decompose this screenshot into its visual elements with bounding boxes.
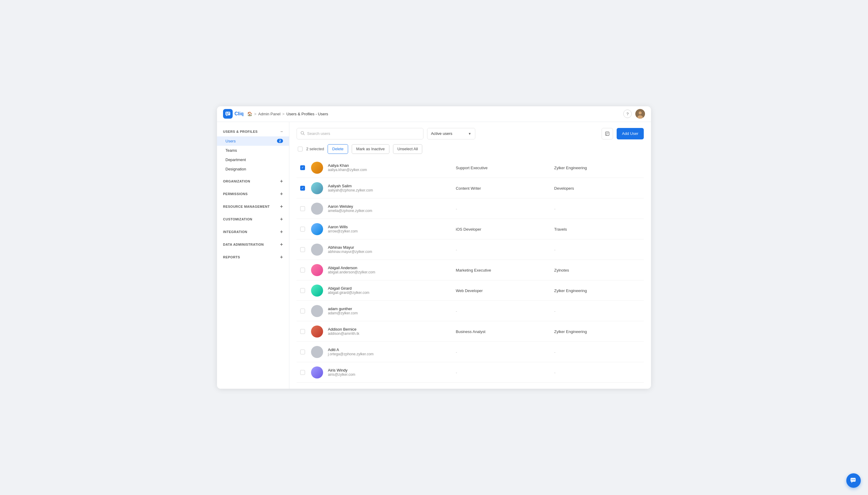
- user-name: Abigail Girard: [328, 286, 451, 291]
- user-email: aaliya.khan@zylker.com: [328, 168, 451, 172]
- user-avatar: [311, 285, 323, 296]
- user-email: amelia@zphone.zylker.com: [328, 209, 451, 213]
- row-checkbox[interactable]: [300, 227, 305, 232]
- user-info-cell: Aditi A j.ortega@zphone.zylker.com: [326, 342, 453, 362]
- user-info-cell: Abhinav Mayur abhinav.mayur@zylker.com: [326, 239, 453, 260]
- sidebar-section-header-integration[interactable]: INTEGRATION +: [217, 227, 289, 237]
- search-icon: [300, 131, 305, 136]
- user-avatar-top[interactable]: [635, 109, 645, 119]
- chat-fab-button[interactable]: [846, 473, 861, 488]
- breadcrumb: 🏠 > Admin Panel > Users & Profiles - Use…: [247, 112, 328, 116]
- search-input[interactable]: [307, 131, 420, 136]
- status-dropdown[interactable]: Active users ▼: [427, 128, 475, 139]
- table-row: Abigail Girard abigail.girard@zylker.com…: [297, 280, 644, 301]
- user-name: adam gunther: [328, 307, 451, 311]
- row-checkbox[interactable]: [300, 309, 305, 313]
- svg-point-5: [639, 112, 642, 115]
- user-name: Aaliyah Salim: [328, 184, 451, 188]
- user-avatar: [311, 325, 323, 338]
- help-icon[interactable]: ?: [623, 109, 632, 118]
- sidebar-section-customization: CUSTOMIZATION +: [217, 214, 289, 224]
- user-info: Aaron Welsley amelia@zphone.zylker.com: [328, 204, 451, 213]
- checkbox-cell[interactable]: [297, 260, 309, 280]
- user-info-cell: adam gunther adam@zylker.com: [326, 301, 453, 321]
- select-all-checkbox[interactable]: [298, 147, 302, 151]
- table-row: Aaron Welsley amelia@zphone.zylker.com -…: [297, 199, 644, 219]
- sidebar-section-header-data-administration[interactable]: DATA ADMINISTRATION +: [217, 239, 289, 250]
- sidebar-section-header-users-profiles[interactable]: USERS & PROFILES −: [217, 127, 289, 136]
- main-layout: USERS & PROFILES − Users 2 Teams Departm…: [217, 122, 651, 389]
- row-checkbox[interactable]: [300, 370, 305, 375]
- svg-rect-9: [605, 132, 609, 136]
- sidebar-section-users-profiles: USERS & PROFILES − Users 2 Teams Departm…: [217, 127, 289, 174]
- row-checkbox[interactable]: [300, 165, 305, 170]
- user-email: adam@zylker.com: [328, 311, 451, 315]
- user-role-cell: Marketing Executive: [453, 260, 552, 280]
- checkbox-cell[interactable]: [297, 239, 309, 260]
- checkbox-cell[interactable]: [297, 342, 309, 362]
- sidebar-section-header-reports[interactable]: REPORTS +: [217, 252, 289, 262]
- user-role-cell: Web Developer: [453, 280, 552, 301]
- checkbox-cell[interactable]: [297, 362, 309, 383]
- row-checkbox[interactable]: [300, 329, 305, 334]
- row-checkbox[interactable]: [300, 288, 305, 293]
- add-user-button[interactable]: Add User: [617, 128, 644, 139]
- sidebar-item-users-label: Users: [226, 139, 236, 143]
- sidebar-section-header-permissions[interactable]: PERMISSIONS +: [217, 189, 289, 199]
- user-name: Airis Windy: [328, 368, 451, 373]
- home-icon[interactable]: 🏠: [247, 112, 252, 116]
- row-checkbox[interactable]: [300, 349, 305, 354]
- table-row: Aaliyah Salim aaliyah@zphone.zylker.com …: [297, 178, 644, 199]
- checkbox-cell[interactable]: [297, 157, 309, 178]
- checkbox-cell[interactable]: [297, 178, 309, 199]
- avatar-cell: [309, 280, 326, 301]
- sidebar-item-designation[interactable]: Designation: [217, 165, 289, 174]
- sidebar-item-users[interactable]: Users 2: [217, 136, 289, 146]
- user-info: Aaliyah Salim aaliyah@zphone.zylker.com: [328, 184, 451, 192]
- mark-inactive-button[interactable]: Mark as Inactive: [352, 144, 389, 154]
- row-checkbox[interactable]: [300, 206, 305, 211]
- delete-button[interactable]: Delete: [328, 144, 348, 154]
- user-team-cell: Travels: [552, 219, 644, 239]
- customization-label: CUSTOMIZATION: [223, 217, 252, 221]
- user-name: Addison Bernice: [328, 327, 451, 331]
- avatar-cell: [309, 342, 326, 362]
- sidebar-section-header-resource-management[interactable]: RESOURCE MANAGEMENT +: [217, 201, 289, 212]
- sidebar-item-designation-label: Designation: [226, 167, 246, 171]
- checkbox-cell[interactable]: [297, 321, 309, 342]
- table-row: Airis Windy airis@zylker.com - -: [297, 362, 644, 383]
- row-checkbox[interactable]: [300, 186, 305, 191]
- logo[interactable]: Cliq: [223, 109, 244, 119]
- sidebar-item-department[interactable]: Department: [217, 155, 289, 165]
- sidebar-item-department-label: Department: [226, 157, 246, 162]
- user-role-cell: -: [453, 239, 552, 260]
- status-dropdown-label: Active users: [431, 131, 453, 136]
- user-team-cell: Zylker Engineering: [552, 321, 644, 342]
- user-role-cell: Support Executive: [453, 157, 552, 178]
- svg-rect-0: [226, 112, 230, 115]
- avatar-cell: [309, 260, 326, 280]
- user-info-cell: Aaliya Khan aaliya.khan@zylker.com: [326, 157, 453, 178]
- sidebar-section-data-administration: DATA ADMINISTRATION +: [217, 239, 289, 250]
- sidebar-section-permissions: PERMISSIONS +: [217, 189, 289, 199]
- avatar-cell: [309, 301, 326, 321]
- breadcrumb-admin[interactable]: Admin Panel: [258, 112, 281, 116]
- checkbox-cell[interactable]: [297, 199, 309, 219]
- sidebar-section-header-customization[interactable]: CUSTOMIZATION +: [217, 214, 289, 224]
- checkbox-cell[interactable]: [297, 219, 309, 239]
- user-name: Aaron Wills: [328, 225, 451, 229]
- unselect-all-button[interactable]: Unselect All: [393, 144, 423, 154]
- row-checkbox[interactable]: [300, 268, 305, 273]
- sidebar-section-header-organization[interactable]: ORGANIZATION +: [217, 176, 289, 186]
- search-box[interactable]: [297, 128, 423, 139]
- sidebar-item-teams[interactable]: Teams: [217, 146, 289, 155]
- user-email: aaliyah@zphone.zylker.com: [328, 188, 451, 192]
- user-avatar: [311, 346, 323, 358]
- user-info-cell: Aaron Welsley amelia@zphone.zylker.com: [326, 199, 453, 219]
- user-email: abigail.anderson@zylker.com: [328, 270, 451, 274]
- checkbox-cell[interactable]: [297, 301, 309, 321]
- checkbox-cell[interactable]: [297, 280, 309, 301]
- export-button[interactable]: [602, 128, 613, 139]
- row-checkbox[interactable]: [300, 247, 305, 252]
- plus-icon-reports: +: [280, 254, 283, 260]
